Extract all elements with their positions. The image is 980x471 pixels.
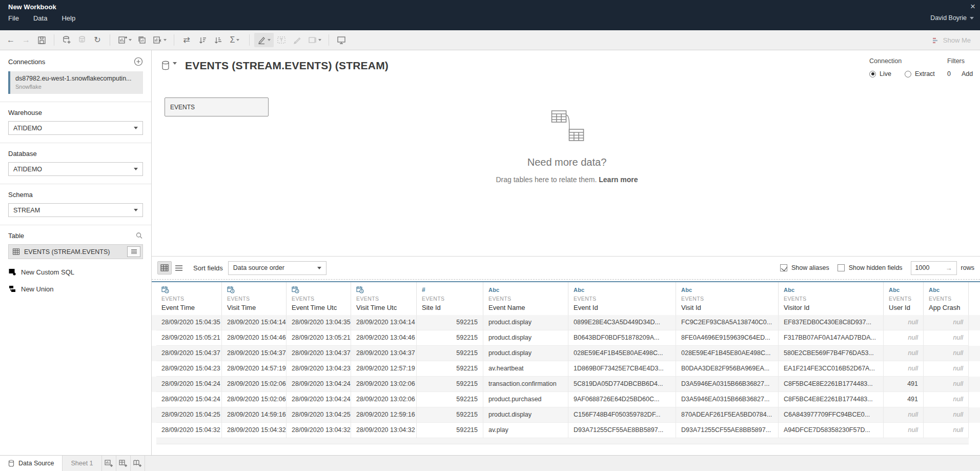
table-cell[interactable]: null (924, 330, 969, 346)
table-cell[interactable]: 28/09/2020 15:04:37 (156, 346, 222, 361)
table-cell[interactable]: 28/09/2020 13:04:25 (287, 407, 351, 423)
table-cell[interactable]: null (924, 315, 969, 330)
presentation-mode-button[interactable] (334, 33, 349, 47)
table-cell[interactable]: A94DFCE7D58358230F57D... (779, 423, 884, 438)
highlight-button[interactable] (254, 33, 274, 47)
sort-descending-button[interactable] (210, 33, 225, 47)
table-cell[interactable]: EA1F214FE3CC016B52D67A... (779, 361, 884, 377)
undo-button[interactable]: ← (3, 33, 18, 47)
table-cell[interactable]: 28/09/2020 13:04:35 (287, 315, 351, 330)
table-cell[interactable]: av.play (483, 423, 568, 438)
table-item-events[interactable]: EVENTS (STREAM.EVENTS) (8, 244, 143, 259)
warehouse-select[interactable]: ATIDEMO (8, 121, 143, 135)
table-cell[interactable]: product.display (483, 346, 568, 361)
table-cell[interactable]: null (884, 361, 924, 377)
column-header-event-time-utc[interactable]: EVENTSEvent Time Utc (287, 282, 351, 315)
tab-sheet1[interactable]: Sheet 1 (63, 456, 101, 471)
events-table-node[interactable]: EVENTS (165, 97, 269, 116)
drop-zone[interactable]: Need more data? Drag tables here to rela… (496, 108, 638, 184)
datasource-menu-button[interactable] (161, 60, 177, 71)
new-custom-sql-button[interactable]: New Custom SQL (8, 268, 143, 276)
table-cell[interactable]: null (924, 346, 969, 361)
schema-select[interactable]: STREAM (8, 203, 143, 217)
live-radio[interactable]: Live (869, 70, 891, 77)
column-header-app-crash[interactable]: AbcEVENTSApp Crash (924, 282, 969, 315)
table-cell[interactable]: null (884, 423, 924, 438)
table-cell[interactable]: 592215 (417, 392, 483, 407)
table-cell[interactable]: transaction.confirmation (483, 377, 568, 392)
table-cell[interactable]: 28/09/2020 15:04:14 (222, 315, 287, 330)
table-cell[interactable]: D93A71255CF55AE8BB5897... (676, 423, 779, 438)
table-cell[interactable]: 8FE0A4696E9159639C64ED... (676, 330, 779, 346)
table-cell[interactable]: 28/09/2020 15:04:32 (156, 423, 222, 438)
table-cell[interactable]: null (884, 407, 924, 423)
column-header-site-id[interactable]: #EVENTSSite Id (417, 282, 483, 315)
table-cell[interactable]: 592215 (417, 315, 483, 330)
table-cell[interactable]: 28/09/2020 12:59:16 (351, 407, 417, 423)
column-header-visit-id[interactable]: AbcEVENTSVisit Id (676, 282, 779, 315)
tab-data-source[interactable]: Data Source (0, 456, 63, 471)
table-cell[interactable]: 28/09/2020 13:04:46 (351, 330, 417, 346)
table-cell[interactable]: 28/09/2020 15:04:24 (156, 377, 222, 392)
clear-sheet-button[interactable] (150, 33, 169, 47)
duplicate-sheet-button[interactable] (134, 33, 150, 47)
save-button[interactable] (34, 33, 49, 47)
table-cell[interactable]: 28/09/2020 13:04:32 (351, 423, 417, 438)
table-cell[interactable]: 28/09/2020 15:02:06 (222, 377, 287, 392)
row-count-input[interactable]: 1000 → (911, 261, 957, 275)
menu-data[interactable]: Data (33, 14, 47, 22)
table-cell[interactable]: 870ADEAF261F5EA5BD0784... (676, 407, 779, 423)
cell-size-button[interactable] (304, 33, 324, 47)
table-cell[interactable]: 28/09/2020 15:04:46 (222, 330, 287, 346)
table-cell[interactable]: 28/09/2020 13:04:24 (287, 392, 351, 407)
table-cell[interactable]: null (924, 423, 969, 438)
table-cell[interactable]: 28/09/2020 15:04:37 (222, 346, 287, 361)
table-cell[interactable]: 28/09/2020 15:04:23 (156, 361, 222, 377)
add-connection-icon[interactable] (134, 57, 143, 66)
table-cell[interactable]: B0DAA3DE82F956BA969EA... (676, 361, 779, 377)
new-dashboard-tab-button[interactable] (116, 456, 131, 471)
column-header-visit-time[interactable]: EVENTSVisit Time (222, 282, 287, 315)
table-cell[interactable]: F317BB07AF0A147AAD7BDA... (779, 330, 884, 346)
table-cell[interactable]: 28/09/2020 13:04:24 (287, 377, 351, 392)
new-data-source-button[interactable] (59, 33, 74, 47)
table-cell[interactable]: 5C819DA05D774DBCBB6D4... (568, 377, 676, 392)
show-aliases-checkbox[interactable] (780, 264, 787, 271)
table-cell[interactable]: 28/09/2020 15:04:35 (156, 315, 222, 330)
table-cell[interactable]: 491 (884, 392, 924, 407)
table-cell[interactable]: product.display (483, 330, 568, 346)
menu-help[interactable]: Help (62, 14, 75, 22)
table-cell[interactable]: D93A71255CF55AE8BB5897... (568, 423, 676, 438)
connection-item[interactable]: ds87982.eu-west-1.snowflakecomputin... S… (8, 71, 143, 94)
run-update-button[interactable]: ↻ (90, 33, 105, 47)
table-cell[interactable]: B0643BDF0BDF51878209A... (568, 330, 676, 346)
menu-file[interactable]: File (8, 14, 19, 22)
table-cell[interactable]: null (924, 377, 969, 392)
table-cell[interactable]: C8F5BC4E8E2261B1774483... (779, 377, 884, 392)
table-cell[interactable]: 28/09/2020 14:59:16 (222, 407, 287, 423)
new-worksheet-tab-button[interactable] (102, 456, 116, 471)
table-cell[interactable]: D3A5946EA0315B66B36827... (676, 377, 779, 392)
table-cell[interactable]: 9AF0688726E64D25BD60C... (568, 392, 676, 407)
new-story-tab-button[interactable] (131, 456, 145, 471)
table-cell[interactable]: D3A5946EA0315B66B36827... (676, 392, 779, 407)
column-header-visit-time-utc[interactable]: EVENTSVisit Time Utc (351, 282, 417, 315)
table-cell[interactable]: 592215 (417, 330, 483, 346)
table-cell[interactable]: 580E2CBE569F7B4F76DA53... (779, 346, 884, 361)
table-cell[interactable]: null (924, 392, 969, 407)
table-cell[interactable]: 28/09/2020 14:57:19 (222, 361, 287, 377)
column-header-visitor-id[interactable]: AbcEVENTSVisitor Id (779, 282, 884, 315)
table-cell[interactable]: 28/09/2020 12:57:19 (351, 361, 417, 377)
table-cell[interactable]: 592215 (417, 377, 483, 392)
table-cell[interactable]: 28/09/2020 15:04:24 (156, 392, 222, 407)
table-cell[interactable]: null (884, 315, 924, 330)
show-hidden-fields-checkbox[interactable] (838, 264, 845, 271)
swap-rows-columns-button[interactable]: ⇄ (179, 33, 194, 47)
table-cell[interactable]: FC9C2EF93C8A5A138740C0... (676, 315, 779, 330)
new-union-button[interactable]: New Union (8, 285, 143, 293)
table-cell[interactable]: null (924, 407, 969, 423)
table-cell[interactable]: 28/09/2020 13:05:21 (287, 330, 351, 346)
table-cell[interactable]: 28/09/2020 13:04:37 (287, 346, 351, 361)
table-cell[interactable]: 28/09/2020 15:04:32 (222, 423, 287, 438)
table-cell[interactable]: EF837EDB0C430E8C8D937... (779, 315, 884, 330)
